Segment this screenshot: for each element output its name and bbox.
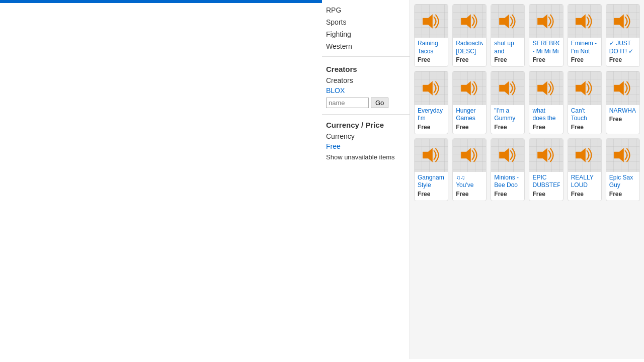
item-price: Free	[418, 56, 445, 63]
sidebar-item-rpg[interactable]: RPG	[322, 4, 410, 16]
item-thumbnail	[453, 5, 486, 38]
item-info: ♫♫ You've Been TRO_3D♫♫Free	[453, 172, 486, 201]
creator-go-button[interactable]: Go	[371, 98, 388, 108]
item-card[interactable]: REALLY LOUD BEEPING SOUNDFree	[568, 138, 602, 201]
item-title[interactable]: ✓ JUST DO IT! ✓ Auto-Tuned Shia	[609, 40, 636, 55]
item-card[interactable]: Radioactive [DESC]Free	[452, 4, 487, 67]
item-card[interactable]: shut up and dance - walk the moonFree	[491, 4, 525, 67]
item-price: Free	[609, 116, 636, 123]
item-title[interactable]: ♫♫ You've Been TRO_3D♫♫	[456, 174, 483, 190]
item-card[interactable]: Can't Touch This [31.3k+!] MOSTFree	[568, 71, 602, 134]
item-price: Free	[609, 56, 636, 63]
item-card[interactable]: Gangnam StyleFree	[414, 138, 448, 201]
item-price: Free	[418, 191, 445, 198]
item-title[interactable]: "I'm a Gummy Bear" Song	[494, 107, 521, 123]
item-price: Free	[456, 56, 483, 63]
creators-section-title: Creators	[322, 61, 410, 75]
item-title[interactable]: what does the fox say?	[532, 107, 559, 123]
item-title[interactable]: Minions - Bee Doo Bee Doo Bee Doo	[494, 174, 521, 190]
item-thumbnail	[491, 71, 524, 105]
item-title[interactable]: Gangnam Style	[418, 174, 445, 190]
item-card[interactable]: ♫♫ You've Been TRO_3D♫♫Free	[452, 138, 487, 201]
item-card[interactable]: Raining Tacos (Real)Free	[414, 4, 448, 67]
item-thumbnail	[606, 71, 639, 105]
item-info: Minions - Bee Doo Bee Doo Bee DooFree	[491, 172, 524, 201]
item-card[interactable]: ✓ JUST DO IT! ✓ Auto-Tuned ShiaFree	[606, 4, 640, 67]
item-card[interactable]: Hunger Games song BajanCanadianFree	[452, 71, 487, 134]
creators-label: Creators	[322, 75, 410, 85]
item-card[interactable]: EPIC DUBSTEP (AMAZING)Free	[529, 138, 563, 201]
item-title[interactable]: Eminem - I'm Not Afraid	[571, 40, 598, 55]
item-title[interactable]: Radioactive [DESC]	[456, 40, 483, 55]
item-title[interactable]: SEREBRO - Mi Mi Mi (Official) 120 sec	[532, 40, 559, 55]
item-card[interactable]: NARWHALSFree	[606, 71, 640, 134]
item-info: Radioactive [DESC]Free	[453, 38, 486, 66]
item-card[interactable]: SEREBRO - Mi Mi Mi (Official) 120 secFre…	[529, 4, 563, 67]
item-card[interactable]: Everyday I'm Shuffling! *Read Des*Free	[414, 71, 448, 134]
item-thumbnail	[415, 71, 448, 105]
item-thumbnail	[568, 71, 601, 105]
item-card[interactable]: Eminem - I'm Not AfraidFree	[568, 4, 602, 67]
item-price: Free	[456, 191, 483, 198]
item-title[interactable]: EPIC DUBSTEP (AMAZING)	[532, 174, 559, 190]
item-price: Free	[571, 191, 598, 198]
item-thumbnail	[453, 71, 486, 105]
item-info: Everyday I'm Shuffling! *Read Des*Free	[415, 105, 448, 134]
item-price: Free	[418, 124, 445, 131]
item-title[interactable]: shut up and dance - walk the moon	[494, 40, 521, 55]
item-title[interactable]: Can't Touch This [31.3k+!] MOST	[571, 107, 598, 123]
svg-marker-1	[461, 14, 470, 28]
item-info: ✓ JUST DO IT! ✓ Auto-Tuned ShiaFree	[606, 38, 639, 66]
sidebar-item-fighting[interactable]: Fighting	[322, 28, 410, 40]
show-unavailable-label[interactable]: Show unavailable items	[322, 151, 410, 163]
item-info: REALLY LOUD BEEPING SOUNDFree	[568, 172, 601, 201]
item-title[interactable]: Everyday I'm Shuffling! *Read Des*	[418, 107, 445, 123]
item-title[interactable]: REALLY LOUD BEEPING SOUND	[571, 174, 598, 190]
items-grid: Raining Tacos (Real)Free Radioactive [DE…	[414, 4, 640, 201]
item-thumbnail	[529, 5, 562, 38]
svg-marker-10	[576, 81, 586, 96]
svg-marker-12	[423, 148, 432, 162]
item-price: Free	[532, 191, 559, 198]
item-info: Raining Tacos (Real)Free	[415, 38, 448, 66]
svg-marker-16	[576, 148, 586, 162]
svg-marker-7	[461, 81, 470, 96]
item-card[interactable]: "I'm a Gummy Bear" SongFree	[491, 71, 525, 134]
item-price: Free	[494, 56, 521, 63]
item-title[interactable]: Hunger Games song BajanCanadian	[456, 107, 483, 123]
svg-marker-0	[423, 14, 432, 28]
item-thumbnail	[453, 139, 486, 172]
svg-marker-8	[499, 81, 509, 96]
creator-link-blox[interactable]: BLOX	[322, 85, 410, 96]
item-thumbnail	[529, 71, 562, 105]
item-title[interactable]: Raining Tacos (Real)	[418, 40, 445, 55]
item-price: Free	[532, 124, 559, 131]
item-card[interactable]: Minions - Bee Doo Bee Doo Bee DooFree	[491, 138, 525, 201]
currency-free-link[interactable]: Free	[322, 141, 410, 151]
item-title[interactable]: NARWHALS	[609, 107, 636, 115]
item-price: Free	[532, 56, 559, 63]
item-price: Free	[494, 191, 521, 198]
sidebar: RPG Sports Fighting Western Creators Cre…	[322, 0, 410, 359]
sidebar-divider-2	[322, 114, 410, 115]
item-info: Hunger Games song BajanCanadianFree	[453, 105, 486, 134]
item-info: SEREBRO - Mi Mi Mi (Official) 120 secFre…	[529, 38, 562, 66]
main-content: Raining Tacos (Real)Free Radioactive [DE…	[410, 0, 644, 359]
svg-marker-3	[537, 14, 547, 28]
item-title[interactable]: Epic Sax Guy	[609, 174, 636, 190]
sidebar-item-western[interactable]: Western	[322, 40, 410, 52]
svg-marker-13	[461, 148, 470, 162]
currency-label: Currency	[322, 131, 410, 141]
item-price: Free	[571, 124, 598, 131]
item-price: Free	[571, 56, 598, 63]
item-thumbnail	[606, 5, 639, 38]
item-info: what does the fox say?Free	[529, 105, 562, 134]
item-card[interactable]: what does the fox say?Free	[529, 71, 563, 134]
item-price: Free	[494, 124, 521, 131]
item-info: Gangnam StyleFree	[415, 172, 448, 201]
item-card[interactable]: Epic Sax GuyFree	[606, 138, 640, 201]
item-info: EPIC DUBSTEP (AMAZING)Free	[529, 172, 562, 201]
creator-name-input[interactable]	[326, 98, 369, 108]
sidebar-item-sports[interactable]: Sports	[322, 16, 410, 28]
item-thumbnail	[491, 5, 524, 38]
